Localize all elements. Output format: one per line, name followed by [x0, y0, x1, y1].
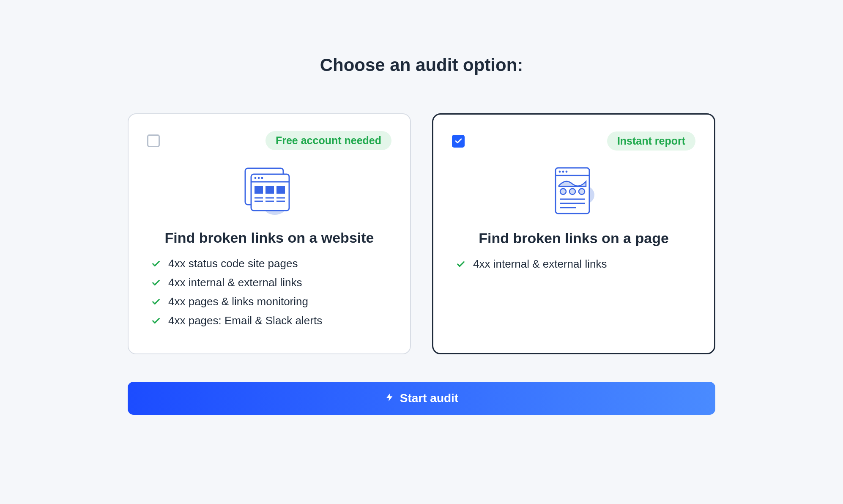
option-card-website[interactable]: Free account needed	[128, 113, 411, 354]
checkbox-checked-icon[interactable]	[452, 135, 465, 148]
svg-point-5	[255, 177, 257, 179]
website-pages-icon	[147, 163, 391, 218]
page-title: Choose an audit option:	[128, 55, 715, 75]
svg-point-22	[566, 171, 568, 173]
svg-point-24	[569, 189, 575, 194]
options-row: Free account needed	[128, 113, 715, 354]
feature-text: 4xx pages & links monitoring	[168, 295, 308, 308]
check-icon	[151, 316, 161, 326]
card-title-website: Find broken links on a website	[147, 230, 391, 246]
svg-point-20	[559, 171, 561, 173]
start-audit-button[interactable]: Start audit	[128, 382, 715, 415]
feature-item: 4xx pages & links monitoring	[151, 295, 391, 308]
badge-free-account: Free account needed	[265, 131, 391, 150]
feature-text: 4xx pages: Email & Slack alerts	[168, 314, 322, 327]
start-audit-label: Start audit	[400, 392, 458, 405]
feature-text: 4xx internal & external links	[473, 257, 607, 271]
check-icon	[456, 260, 465, 269]
feature-item: 4xx pages: Email & Slack alerts	[151, 314, 391, 327]
feature-list-website: 4xx status code site pages 4xx internal …	[147, 257, 391, 327]
check-icon	[151, 278, 161, 288]
check-icon	[151, 297, 161, 307]
feature-item: 4xx internal & external links	[456, 257, 695, 271]
svg-point-25	[579, 189, 585, 194]
svg-point-7	[261, 177, 263, 179]
feature-text: 4xx status code site pages	[168, 257, 298, 270]
svg-rect-10	[276, 186, 285, 194]
lightning-icon	[385, 392, 394, 405]
option-card-page[interactable]: Instant report	[432, 113, 715, 354]
svg-point-21	[562, 171, 564, 173]
svg-point-23	[560, 189, 566, 194]
single-page-icon	[452, 163, 695, 218]
card-top: Instant report	[452, 131, 695, 151]
svg-point-6	[258, 177, 260, 179]
feature-text: 4xx internal & external links	[168, 276, 302, 289]
feature-item: 4xx internal & external links	[151, 276, 391, 289]
svg-rect-8	[255, 186, 263, 194]
card-title-page: Find broken links on a page	[452, 230, 695, 247]
card-top: Free account needed	[147, 131, 391, 150]
feature-item: 4xx status code site pages	[151, 257, 391, 270]
checkbox-unchecked-icon[interactable]	[147, 134, 160, 147]
audit-option-container: Choose an audit option: Free account nee…	[128, 55, 715, 504]
feature-list-page: 4xx internal & external links	[452, 257, 695, 271]
check-icon	[151, 259, 161, 268]
svg-rect-9	[265, 186, 274, 194]
badge-instant-report: Instant report	[607, 131, 695, 151]
